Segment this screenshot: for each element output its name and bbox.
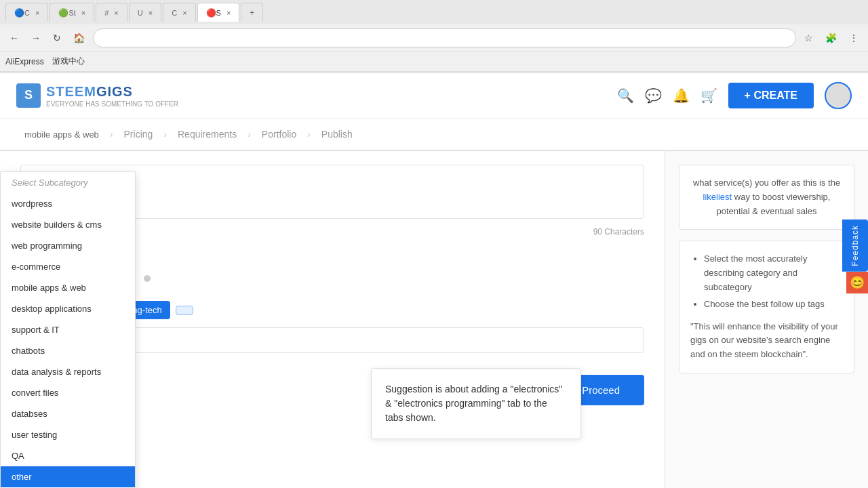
refresh-button[interactable]: ↻ bbox=[49, 30, 65, 46]
progress-item-category[interactable]: mobile apps & web bbox=[16, 119, 107, 150]
progress-label-category: mobile apps & web bbox=[24, 129, 99, 140]
sidebar-top-text: what service(s) you offer as this is the… bbox=[690, 176, 843, 218]
bookmarks-bar: AliExpress 游戏中心 bbox=[0, 52, 868, 72]
browser-chrome: 🔵 C × 🟢 St × # × U × C × 🔴 S × + bbox=[0, 0, 868, 73]
progress-label-publish: Publish bbox=[321, 129, 353, 140]
tab-bar: 🔵 C × 🟢 St × # × U × C × 🔴 S × + bbox=[0, 0, 868, 24]
sidebar-bottom-text: "This will enhance the visibility of you… bbox=[690, 320, 843, 362]
home-button[interactable]: 🏠 bbox=[69, 30, 89, 46]
category-dot bbox=[144, 275, 151, 282]
extensions-button[interactable]: 🧩 bbox=[821, 30, 841, 46]
chevron-2: › bbox=[163, 129, 167, 140]
tab-4-close[interactable]: × bbox=[149, 9, 153, 17]
main-content: want it 90 Characters STEEMGIGS Category… bbox=[0, 151, 868, 488]
dropdown-item-chatbots[interactable]: chatbots bbox=[1, 340, 135, 361]
new-tab-icon: + bbox=[250, 8, 254, 18]
dropdown-item-mobile-apps[interactable]: mobile apps & web bbox=[1, 277, 135, 298]
header-icons: 🔍 💬 🔔 🛒 + CREATE bbox=[617, 82, 852, 109]
tab-1-label: C bbox=[24, 9, 30, 17]
dropdown-item-convert-files[interactable]: convert files bbox=[1, 382, 135, 403]
tab-active-favicon: 🔴 bbox=[206, 8, 216, 18]
sidebar-top-box: what service(s) you offer as this is the… bbox=[679, 165, 854, 230]
tab-5[interactable]: C × bbox=[163, 3, 195, 22]
tab-active[interactable]: 🔴 S × bbox=[197, 3, 240, 22]
progress-item-requirements[interactable]: Requirements bbox=[170, 119, 245, 150]
bookmark-star[interactable]: ☆ bbox=[800, 30, 817, 46]
progress-item-publish[interactable]: Publish bbox=[313, 119, 361, 150]
tab-2-favicon: 🟢 bbox=[58, 8, 68, 18]
tab-1-favicon: 🔵 bbox=[14, 8, 24, 18]
cart-icon[interactable]: 🛒 bbox=[701, 87, 717, 104]
bookmark-aliexpress[interactable]: AliExpress bbox=[5, 57, 44, 66]
chat-icon[interactable]: 💬 bbox=[645, 87, 662, 104]
tab-3-label: # bbox=[104, 9, 108, 17]
menu-button[interactable]: ⋮ bbox=[845, 30, 863, 46]
tab-3-close[interactable]: × bbox=[114, 9, 118, 17]
create-button[interactable]: + CREATE bbox=[728, 83, 814, 108]
center-area: want it 90 Characters STEEMGIGS Category… bbox=[0, 151, 665, 488]
search-icon[interactable]: 🔍 bbox=[617, 87, 634, 104]
tag-empty[interactable] bbox=[176, 306, 193, 315]
address-bar[interactable]: https://steemgigs.org/create_gig bbox=[93, 28, 796, 47]
suggestion-text: Suggestion is about adding a "electronic… bbox=[385, 382, 567, 425]
dropdown-item-other[interactable]: other bbox=[1, 466, 135, 487]
progress-label-portfolio: Portfolio bbox=[262, 129, 296, 140]
bookmark-games[interactable]: 游戏中心 bbox=[52, 56, 85, 67]
progress-item-portfolio[interactable]: Portfolio bbox=[254, 119, 304, 150]
dropdown-item-website-builders[interactable]: website builders & cms bbox=[1, 214, 135, 235]
tab-active-close[interactable]: × bbox=[226, 9, 231, 17]
dropdown-item-ecommerce[interactable]: e-commerce bbox=[1, 256, 135, 277]
tab-4[interactable]: U × bbox=[129, 3, 161, 22]
logo-text: STEEMGIGS bbox=[46, 84, 133, 99]
sidebar-link[interactable]: likeliest bbox=[703, 192, 732, 202]
dropdown-item-qa[interactable]: QA bbox=[1, 445, 135, 466]
subcategory-dropdown: Select Subcategory wordpress website bui… bbox=[0, 171, 136, 488]
progress-label-pricing: Pricing bbox=[124, 129, 153, 140]
progress-item-pricing[interactable]: Pricing bbox=[116, 119, 161, 150]
site-header: S STEEMGIGS EVERYONE HAS SOMETHING TO OF… bbox=[0, 73, 868, 119]
dropdown-item-data-analysis[interactable]: data analysis & reports bbox=[1, 361, 135, 382]
right-sidebar: what service(s) you offer as this is the… bbox=[665, 151, 868, 488]
dropdown-item-desktop-apps[interactable]: desktop applications bbox=[1, 298, 135, 319]
forward-button[interactable]: → bbox=[27, 30, 45, 46]
logo-tagline: EVERYONE HAS SOMETHING TO OFFER bbox=[46, 100, 178, 108]
sidebar-tip-2: Choose the best follow up tags bbox=[704, 298, 843, 312]
tab-2-close[interactable]: × bbox=[81, 9, 85, 17]
progress-label-requirements: Requirements bbox=[178, 129, 237, 140]
tab-3[interactable]: # × bbox=[96, 3, 127, 22]
page-wrapper: S STEEMGIGS EVERYONE HAS SOMETHING TO OF… bbox=[0, 73, 868, 488]
emoji-button[interactable]: 😊 bbox=[846, 272, 868, 293]
tab-5-label: C bbox=[172, 9, 177, 17]
dropdown-item-web-programming[interactable]: web programming bbox=[1, 235, 135, 256]
chevron-3: › bbox=[248, 129, 251, 140]
dropdown-item-wordpress[interactable]: wordpress bbox=[1, 193, 135, 214]
sidebar-tips-list: Select the most accurately describing ca… bbox=[690, 252, 843, 311]
logo: S STEEMGIGS EVERYONE HAS SOMETHING TO OF… bbox=[16, 83, 178, 108]
tab-5-close[interactable]: × bbox=[182, 9, 186, 17]
logo-icon: S bbox=[16, 83, 41, 108]
chevron-4: › bbox=[307, 129, 311, 140]
suggestion-box: Suggestion is about adding a "electronic… bbox=[371, 368, 581, 439]
sidebar-tip-1: Select the most accurately describing ca… bbox=[704, 252, 843, 294]
tab-1[interactable]: 🔵 C × bbox=[5, 3, 48, 22]
tab-active-label: S bbox=[216, 9, 221, 17]
chevron-1: › bbox=[110, 129, 113, 140]
notification-icon[interactable]: 🔔 bbox=[673, 87, 690, 104]
tab-2-label: St bbox=[68, 9, 75, 17]
nav-bar: ← → ↻ 🏠 https://steemgigs.org/create_gig… bbox=[0, 24, 868, 52]
tab-4-label: U bbox=[138, 9, 143, 17]
feedback-button[interactable]: Feedback bbox=[842, 220, 868, 272]
dropdown-header: Select Subcategory bbox=[1, 172, 135, 193]
dropdown-item-databses[interactable]: databses bbox=[1, 403, 135, 424]
dropdown-item-support-it[interactable]: support & IT bbox=[1, 319, 135, 340]
sidebar-tips-box: Select the most accurately describing ca… bbox=[679, 241, 854, 373]
avatar[interactable] bbox=[825, 82, 852, 109]
tab-2[interactable]: 🟢 St × bbox=[50, 3, 94, 22]
tab-1-close[interactable]: × bbox=[35, 9, 39, 17]
back-button[interactable]: ← bbox=[5, 30, 23, 46]
dropdown-item-user-testing[interactable]: user testing bbox=[1, 424, 135, 445]
progress-nav: mobile apps & web › Pricing › Requiremen… bbox=[0, 119, 868, 151]
tab-new[interactable]: + bbox=[241, 3, 263, 22]
char-count-value: 90 Characters bbox=[593, 227, 644, 237]
